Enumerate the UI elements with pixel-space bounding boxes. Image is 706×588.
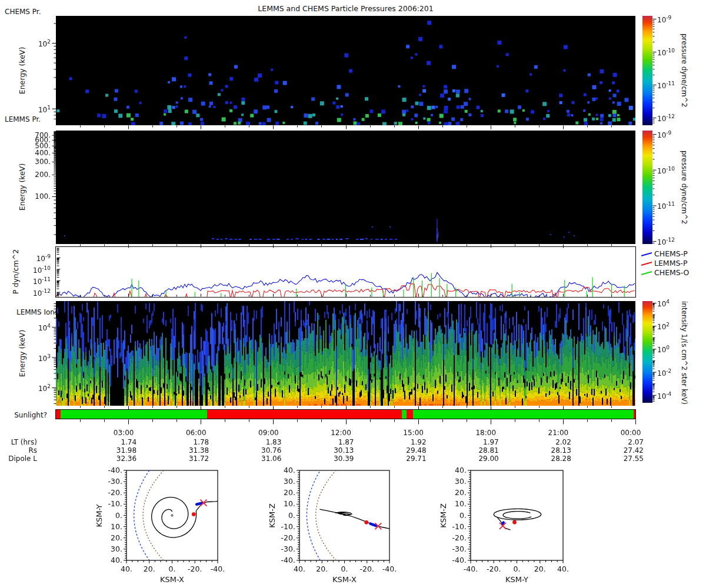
orbit-plot-ksm-x-z: 40.20.0.-20.-40.40.30.20.10.0.-10.-20.-3… — [270, 465, 399, 580]
figure-root: LEMMS and CHEMS Particle Pressures 2006:… — [0, 0, 706, 588]
panel3-ytick: 10-10 — [24, 264, 51, 275]
panel3-ytick: 10-12 — [24, 287, 51, 298]
colorbar-tick: 10-4 — [657, 390, 677, 400]
legend-item-chems-p: CHEMS-P — [640, 249, 688, 259]
colorbar-tick: 10-2 — [657, 367, 677, 377]
shadow-segment — [407, 410, 413, 419]
colorbar-tick: 10-9 — [657, 129, 677, 139]
ephemeris-value: 31.72 — [174, 455, 209, 463]
legend-line-swatch — [640, 250, 654, 258]
shadow-segment — [207, 410, 402, 419]
orbit-xtick-label: 20. — [316, 564, 328, 573]
lemms-ions-spectrogram — [56, 301, 635, 406]
orbit-xtick-label: -40. — [211, 564, 225, 573]
ephemeris-row-label: LT (hrs) — [0, 438, 37, 446]
ephemeris-value: 27.55 — [608, 455, 644, 463]
ephemeris-value: 1.78 — [174, 438, 209, 446]
ephemeris-value: 30.76 — [246, 446, 281, 455]
orbit-ytick-label: 20. — [455, 488, 467, 497]
sunlit-segment — [402, 410, 407, 419]
orbit-plot-ksm-x-y: 40.20.0.-20.-40.-40.-30.-20.-10.0.10.20.… — [97, 465, 227, 580]
time-tick-label: 15:00 — [396, 429, 431, 437]
orbit-ytick-label: 20. — [111, 533, 122, 542]
position-dot-marker — [192, 512, 196, 516]
orbit-xaxis-label: KSM-X — [321, 576, 368, 584]
ephemeris-value: 27.42 — [608, 446, 644, 455]
orbit-ytick-label: 30. — [111, 544, 122, 553]
legend-line-swatch — [640, 259, 654, 268]
ephemeris-value: 28.81 — [464, 446, 499, 455]
orbit-ytick-label: 40. — [455, 466, 467, 475]
orbit-xtick-label: 0. — [514, 564, 521, 573]
orbit-xtick-label: 20. — [534, 564, 546, 573]
orbit-xtick-label: 40. — [121, 564, 132, 573]
orbit-ytick-label: 10. — [455, 499, 467, 508]
orbit-ytick-label: 30. — [284, 477, 295, 486]
orbit-ytick-label: 0. — [459, 511, 467, 520]
time-tick-label: 09:00 — [251, 429, 286, 437]
time-tick-label: 12:00 — [324, 429, 359, 437]
orbit-ytick-label: -40. — [281, 556, 295, 564]
panel1-ytick: 101 — [27, 103, 51, 114]
panel2-ytick: 200. — [27, 171, 51, 179]
orbit-ytick-label: 10. — [284, 499, 295, 508]
panel3-ylabel: P dyn/cm^2 — [11, 249, 20, 294]
orbit-ytick-label: 0. — [288, 511, 295, 520]
orbit-curve — [494, 509, 541, 520]
colorbar1-caption: pressure dyne/cm^2 — [680, 16, 688, 125]
saturn-marker — [171, 514, 173, 516]
legend-label: LEMMS-P — [654, 259, 687, 268]
chems-pressure-spectrogram — [56, 16, 635, 125]
orbit-xtick-label: -40. — [382, 564, 397, 573]
colorbar-tick: 10-10 — [657, 165, 677, 175]
colorbar-tick: 102 — [657, 320, 677, 331]
orbit-ytick-label: -30. — [281, 544, 295, 553]
orbit-xaxis-label: KSM-X — [149, 576, 196, 584]
ephemeris-value: 2.02 — [536, 438, 571, 446]
orbit-xtick-label: 0. — [341, 564, 348, 573]
legend-label: CHEMS-P — [654, 249, 688, 258]
colorbar-tick: 104 — [657, 298, 677, 308]
shadow-segment — [56, 410, 61, 419]
panel1-ylabel: Energy (keV) — [18, 47, 26, 95]
spacecraft-interval-marker — [502, 523, 504, 524]
colorbar3-caption: intensity 1/(s cm^2 ster keV) — [680, 297, 688, 409]
orbit-curve — [316, 470, 337, 560]
orbit-curve — [307, 470, 320, 560]
orbit-ytick-label: 10. — [111, 522, 122, 531]
orbit-ytick-label: 30. — [455, 477, 467, 486]
orbit-ytick-label: 40. — [111, 556, 122, 564]
time-tick-label: 06:00 — [178, 429, 214, 437]
panel1-bottom-left-label: LEMMS Pr. — [5, 115, 41, 123]
time-tick-label: 18:00 — [468, 429, 504, 437]
panel2-ytick: 400. — [27, 149, 51, 157]
ephemeris-value: 31.06 — [246, 455, 281, 463]
ephemeris-value: 30.39 — [319, 455, 354, 463]
colorbar2-caption: pressure dyne/cm^2 — [680, 131, 688, 244]
ephemeris-value: 28.13 — [536, 446, 571, 455]
ephemeris-value: 1.97 — [464, 438, 499, 446]
ephemeris-value: 29.48 — [391, 446, 427, 455]
colorbar-tick: 10-9 — [657, 14, 677, 24]
figure-title: LEMMS and CHEMS Particle Pressures 2006:… — [56, 5, 635, 13]
orbit-ytick-label: 20. — [284, 488, 295, 497]
panel4-ytick: 103 — [27, 352, 51, 363]
time-tick-label: 03:00 — [106, 429, 141, 437]
orbit-ytick-label: 0. — [115, 511, 122, 520]
legend-item-chems-o: CHEMS-O — [640, 268, 689, 278]
orbit-xtick-label: -20. — [360, 564, 374, 573]
orbit-ytick-label: -20. — [108, 488, 122, 497]
position-dot-marker — [364, 520, 368, 524]
ephemeris-value: 2.07 — [608, 438, 644, 446]
time-tick-label: 21:00 — [541, 429, 576, 437]
ephemeris-value: 29.71 — [391, 455, 427, 463]
sunlight-bar — [55, 409, 636, 419]
orbit-ytick-label: -10. — [108, 499, 122, 508]
orbit-curve — [503, 512, 531, 519]
ephemeris-value: 31.98 — [101, 446, 136, 455]
legend: CHEMS-PLEMMS-PCHEMS-O — [640, 249, 705, 285]
panel2-ytick: 100. — [27, 192, 51, 201]
colorbar-pressure-1 — [642, 16, 652, 125]
orbit-ytick-label: -40. — [452, 556, 467, 564]
panel4-ytick: 104 — [27, 322, 51, 332]
